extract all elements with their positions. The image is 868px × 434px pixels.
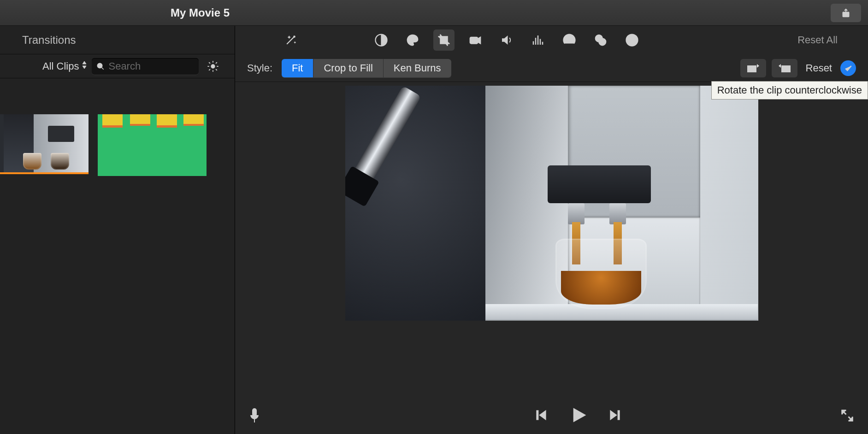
browser-title: Transitions: [22, 34, 76, 47]
fullscreen-button[interactable]: [840, 409, 854, 424]
clip-thumbnail-audio[interactable]: [98, 114, 207, 176]
style-fit-button[interactable]: Fit: [282, 59, 313, 77]
svg-rect-37: [537, 411, 538, 420]
share-button[interactable]: [831, 4, 861, 22]
browser-header: Transitions: [0, 26, 235, 54]
svg-marker-39: [573, 409, 585, 422]
rotate-clockwise-button[interactable]: [740, 59, 766, 77]
prev-frame-button[interactable]: [534, 408, 548, 424]
svg-marker-40: [610, 411, 617, 420]
svg-point-5: [212, 65, 215, 68]
style-segmented-control: Fit Crop to Fill Ken Burns: [282, 59, 451, 77]
video-preview[interactable]: [345, 86, 758, 321]
svg-marker-38: [539, 411, 546, 420]
rotate-cw-icon: [746, 63, 760, 73]
style-label: Style:: [247, 62, 272, 74]
crop-reset-button[interactable]: Reset: [806, 62, 832, 74]
svg-rect-33: [748, 66, 756, 72]
svg-marker-1: [83, 61, 86, 64]
expand-icon: [840, 409, 854, 422]
crop-icon: [437, 33, 451, 47]
svg-marker-2: [83, 66, 86, 69]
color-correction-button[interactable]: [402, 29, 423, 51]
svg-line-12: [209, 69, 211, 70]
contrast-icon: [374, 33, 388, 47]
style-crop-to-fill-button[interactable]: Crop to Fill: [313, 59, 383, 77]
svg-rect-20: [470, 37, 478, 44]
info-button[interactable]: [621, 29, 643, 51]
crop-button[interactable]: [433, 29, 455, 51]
noise-reduction-button[interactable]: [527, 29, 549, 51]
next-frame-button[interactable]: [608, 408, 622, 424]
wand-icon: [284, 33, 298, 47]
reset-all-button[interactable]: Reset All: [797, 34, 856, 46]
speaker-icon: [500, 33, 514, 47]
enhance-button[interactable]: [280, 29, 301, 51]
svg-point-17: [412, 37, 413, 38]
gear-icon: [207, 60, 219, 73]
tooltip: Rotate the clip counterclockwise: [711, 81, 868, 100]
apply-crop-button[interactable]: [840, 60, 856, 76]
clip-thumbnail-video[interactable]: [0, 114, 89, 174]
stabilization-button[interactable]: [465, 29, 486, 51]
svg-point-32: [632, 37, 633, 38]
search-field[interactable]: [92, 58, 199, 75]
svg-point-29: [599, 38, 606, 45]
svg-point-14: [294, 36, 295, 37]
check-icon: [844, 64, 853, 73]
titlebar: My Movie 5: [0, 0, 868, 26]
svg-point-16: [410, 38, 411, 40]
svg-rect-0: [843, 12, 849, 17]
svg-line-10: [209, 62, 211, 64]
settings-gear-button[interactable]: [206, 59, 220, 73]
svg-rect-35: [253, 409, 256, 416]
search-icon: [96, 62, 105, 70]
browser-panel: Transitions All Clips: [0, 26, 235, 434]
speedometer-icon: [562, 33, 576, 47]
svg-rect-34: [782, 66, 790, 72]
microphone-icon: [249, 408, 260, 423]
svg-point-18: [414, 38, 416, 40]
filters-button[interactable]: [590, 29, 611, 51]
style-ken-burns-button[interactable]: Ken Burns: [384, 59, 451, 77]
color-balance-button[interactable]: [371, 29, 392, 51]
svg-line-13: [216, 62, 218, 64]
clip-thumbnails: [0, 78, 235, 434]
skip-forward-icon: [608, 408, 622, 422]
equalizer-icon: [531, 33, 545, 47]
project-title: My Movie 5: [171, 6, 230, 19]
rotate-ccw-icon: [778, 63, 791, 73]
rotate-counterclockwise-button[interactable]: [772, 59, 797, 77]
svg-point-3: [98, 63, 103, 68]
updown-icon: [82, 60, 87, 72]
skip-back-icon: [534, 408, 548, 422]
share-icon: [841, 7, 850, 18]
speed-button[interactable]: [559, 29, 580, 51]
viewer-panel: Reset All Style: Fit Crop to Fill Ken Bu…: [235, 26, 868, 434]
clips-filter-dropdown[interactable]: All Clips: [42, 60, 87, 72]
play-icon: [569, 406, 587, 424]
play-button[interactable]: [569, 406, 587, 426]
clips-filter-label: All Clips: [42, 60, 79, 72]
volume-button[interactable]: [496, 29, 517, 51]
svg-line-4: [102, 67, 104, 70]
info-icon: [625, 33, 639, 47]
camera-icon: [468, 33, 482, 47]
svg-point-19: [410, 41, 411, 42]
voiceover-button[interactable]: [249, 408, 260, 425]
overlap-circles-icon: [594, 33, 608, 47]
svg-point-27: [568, 41, 570, 42]
svg-rect-41: [618, 411, 620, 420]
palette-icon: [406, 33, 419, 47]
svg-line-11: [216, 69, 218, 70]
